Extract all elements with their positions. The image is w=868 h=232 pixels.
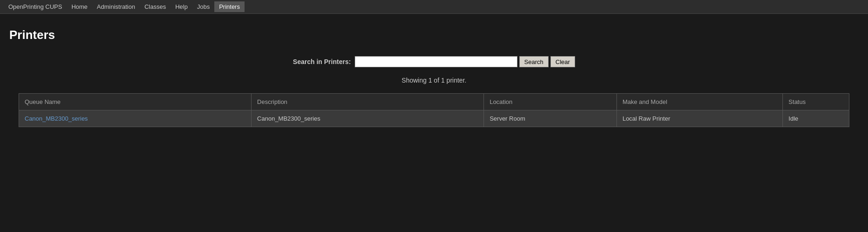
main-content: Printers Search in Printers: Search Clea… — [0, 14, 868, 141]
search-button[interactable]: Search — [519, 56, 549, 67]
col-header-make-model: Make and Model — [616, 94, 782, 110]
cell-queue-name[interactable]: Canon_MB2300_series — [19, 110, 252, 127]
table-body: Canon_MB2300_series Canon_MB2300_series … — [19, 110, 849, 127]
col-header-location: Location — [484, 94, 617, 110]
search-section: Search in Printers: Search Clear — [9, 56, 859, 67]
clear-button[interactable]: Clear — [550, 56, 575, 67]
col-header-description: Description — [252, 94, 484, 110]
printers-table: Queue Name Description Location Make and… — [19, 93, 849, 127]
nav-item-jobs[interactable]: Jobs — [192, 1, 214, 12]
printer-link[interactable]: Canon_MB2300_series — [25, 115, 88, 122]
cell-make-model: Local Raw Printer — [616, 110, 782, 127]
cell-location: Server Room — [484, 110, 617, 127]
col-header-status: Status — [783, 94, 849, 110]
nav-item-administration[interactable]: Administration — [92, 1, 139, 12]
search-label: Search in Printers: — [293, 58, 351, 65]
table-row: Canon_MB2300_series Canon_MB2300_series … — [19, 110, 849, 127]
nav-item-printers[interactable]: Printers — [214, 1, 245, 12]
nav-item-classes[interactable]: Classes — [140, 1, 171, 12]
cell-status: Idle — [783, 110, 849, 127]
status-text: Showing 1 of 1 printer. — [9, 77, 859, 84]
table-header: Queue Name Description Location Make and… — [19, 94, 849, 110]
navbar: OpenPrinting CUPS Home Administration Cl… — [0, 0, 868, 14]
nav-item-home[interactable]: Home — [67, 1, 93, 12]
page-title: Printers — [9, 28, 859, 42]
navbar-brand: OpenPrinting CUPS — [4, 1, 67, 12]
col-header-queue-name: Queue Name — [19, 94, 252, 110]
cell-description: Canon_MB2300_series — [252, 110, 484, 127]
nav-item-help[interactable]: Help — [171, 1, 192, 12]
search-input[interactable] — [355, 56, 517, 67]
